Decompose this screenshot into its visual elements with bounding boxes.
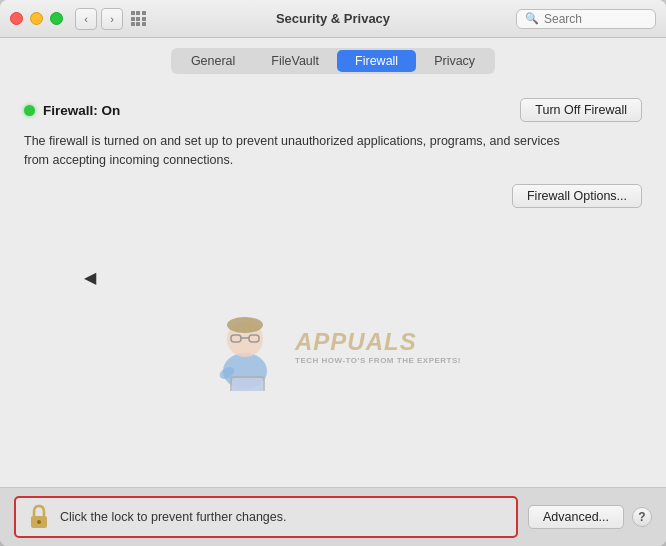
brand-name: APPUALS	[295, 328, 461, 356]
tab-filevault[interactable]: FileVault	[253, 50, 337, 72]
main-window: ‹ › Security & Privacy 🔍 General FileVau…	[0, 0, 666, 546]
help-button[interactable]: ?	[632, 507, 652, 527]
lock-section[interactable]: Click the lock to prevent further change…	[14, 496, 518, 538]
tabs-bar: General FileVault Firewall Privacy	[0, 38, 666, 82]
lock-icon	[26, 503, 52, 531]
bottom-bar: Click the lock to prevent further change…	[0, 487, 666, 546]
svg-point-2	[227, 317, 263, 333]
turn-off-firewall-button[interactable]: Turn Off Firewall	[520, 98, 642, 122]
maximize-button[interactable]	[50, 12, 63, 25]
lock-text: Click the lock to prevent further change…	[60, 510, 287, 524]
advanced-button[interactable]: Advanced...	[528, 505, 624, 529]
watermark-area: ◀	[24, 218, 642, 476]
forward-button[interactable]: ›	[101, 8, 123, 30]
firewall-header: Firewall: On Turn Off Firewall	[24, 98, 642, 122]
svg-point-10	[37, 520, 41, 524]
search-box[interactable]: 🔍	[516, 9, 656, 29]
grid-icon	[131, 11, 146, 26]
titlebar: ‹ › Security & Privacy 🔍	[0, 0, 666, 38]
watermark-content: APPUALS TECH HOW-TO'S FROM THE EXPERTS!	[205, 301, 461, 391]
close-button[interactable]	[10, 12, 23, 25]
firewall-status-label: Firewall: On	[43, 103, 120, 118]
nav-buttons: ‹ ›	[75, 8, 123, 30]
bottom-right: Advanced... ?	[528, 505, 652, 529]
traffic-lights	[10, 12, 63, 25]
content-area: Firewall: On Turn Off Firewall The firew…	[0, 82, 666, 487]
brand-tagline: TECH HOW-TO'S FROM THE EXPERTS!	[295, 356, 461, 365]
firewall-options-button[interactable]: Firewall Options...	[512, 184, 642, 208]
firewall-options-row: Firewall Options...	[24, 184, 642, 208]
appuals-brand: APPUALS TECH HOW-TO'S FROM THE EXPERTS!	[295, 328, 461, 365]
tab-privacy[interactable]: Privacy	[416, 50, 493, 72]
svg-rect-8	[232, 378, 263, 391]
cartoon-figure	[205, 301, 285, 391]
search-icon: 🔍	[525, 12, 539, 25]
lock-svg	[28, 503, 50, 531]
tab-firewall[interactable]: Firewall	[337, 50, 416, 72]
search-input[interactable]	[544, 12, 647, 26]
tabs-container: General FileVault Firewall Privacy	[171, 48, 495, 74]
minimize-button[interactable]	[30, 12, 43, 25]
status-dot	[24, 105, 35, 116]
window-title: Security & Privacy	[276, 11, 390, 26]
firewall-status: Firewall: On	[24, 103, 120, 118]
back-button[interactable]: ‹	[75, 8, 97, 30]
tab-general[interactable]: General	[173, 50, 253, 72]
cursor-arrow: ◀	[84, 268, 96, 287]
grid-button[interactable]	[127, 8, 149, 30]
firewall-description: The firewall is turned on and set up to …	[24, 132, 564, 170]
